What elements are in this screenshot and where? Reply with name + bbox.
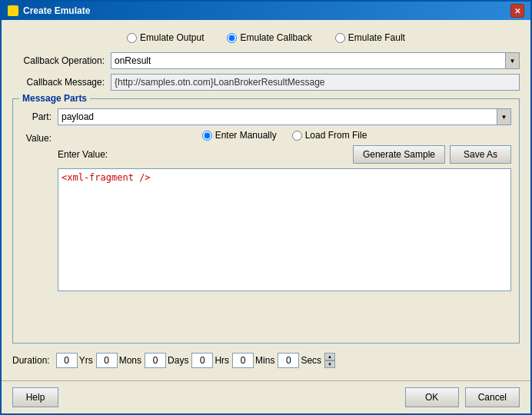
part-select[interactable]: payload: [58, 108, 511, 125]
duration-field-2: Days: [145, 353, 188, 368]
load-from-file-radio[interactable]: [292, 131, 302, 141]
code-editor[interactable]: [58, 168, 511, 291]
emulate-output-label: Emulate Output: [140, 32, 204, 43]
value-inner: Enter Manually Load From File Enter Valu…: [58, 130, 511, 291]
callback-operation-row: Callback Operation: onResult ▼: [12, 52, 520, 69]
emulate-output-radio[interactable]: [127, 33, 137, 43]
enter-manually-label: Enter Manually: [215, 130, 277, 141]
duration-mins-input[interactable]: [232, 353, 254, 368]
bottom-right-buttons: OK Cancel: [405, 387, 520, 407]
window-title: Create Emulate: [23, 5, 90, 16]
enter-manually-radio[interactable]: [202, 131, 212, 141]
emulate-callback-radio[interactable]: [227, 33, 237, 43]
duration-row: Duration: Yrs Mons Days Hrs Mins: [12, 348, 520, 373]
window-icon: [8, 5, 18, 16]
title-bar: Create Emulate ✕: [2, 2, 530, 20]
emulate-callback-label: Emulate Callback: [240, 32, 311, 43]
duration-field-3: Hrs: [191, 353, 229, 368]
save-as-button[interactable]: Save As: [450, 145, 511, 164]
callback-message-label: Callback Message:: [12, 77, 105, 88]
enter-value-row: Enter Value: Generate Sample Save As: [58, 145, 511, 164]
duration-field-0: Yrs: [56, 353, 93, 368]
action-buttons: Generate Sample Save As: [353, 145, 511, 164]
duration-field-5: Secs: [278, 353, 321, 368]
spinner-up[interactable]: ▲: [324, 353, 335, 360]
enter-value-label: Enter Value:: [58, 149, 108, 160]
duration-secs-unit: Secs: [301, 355, 321, 366]
duration-field-4: Mins: [232, 353, 274, 368]
dialog-content: Emulate Output Emulate Callback Emulate …: [2, 20, 530, 380]
input-mode-radio-group: Enter Manually Load From File: [58, 130, 511, 141]
emulate-output-radio-label[interactable]: Emulate Output: [127, 32, 204, 43]
emulate-fault-radio-label[interactable]: Emulate Fault: [335, 32, 405, 43]
emulate-fault-label: Emulate Fault: [348, 32, 405, 43]
main-window: Create Emulate ✕ Emulate Output Emulate …: [0, 0, 532, 415]
callback-operation-wrapper: onResult ▼: [111, 52, 520, 69]
part-select-wrapper: payload ▼: [58, 108, 511, 125]
ok-button[interactable]: OK: [405, 387, 459, 407]
message-parts-title: Message Parts: [19, 93, 90, 104]
spinner-down[interactable]: ▼: [324, 360, 335, 368]
duration-hrs-input[interactable]: [191, 353, 213, 368]
load-from-file-radio-label[interactable]: Load From File: [292, 130, 367, 141]
bottom-bar: Help OK Cancel: [2, 380, 530, 413]
part-label: Part:: [21, 111, 52, 122]
callback-message-input[interactable]: [111, 74, 520, 91]
value-container: Value: Enter Manually Load From File: [21, 130, 511, 337]
mode-radio-group: Emulate Output Emulate Callback Emulate …: [12, 28, 520, 48]
duration-spinner[interactable]: ▲ ▼: [324, 353, 335, 368]
callback-message-row: Callback Message:: [12, 74, 520, 91]
cancel-button[interactable]: Cancel: [465, 387, 520, 407]
close-button[interactable]: ✕: [510, 4, 524, 18]
generate-sample-button[interactable]: Generate Sample: [353, 145, 445, 164]
duration-hrs-unit: Hrs: [214, 355, 229, 366]
callback-operation-select[interactable]: onResult: [111, 52, 520, 69]
duration-field-1: Mons: [96, 353, 141, 368]
value-label: Value:: [21, 133, 52, 144]
duration-mons-input[interactable]: [96, 353, 118, 368]
duration-label: Duration:: [12, 355, 50, 366]
message-parts-group: Message Parts Part: payload ▼ Value:: [12, 98, 520, 344]
emulate-callback-radio-label[interactable]: Emulate Callback: [227, 32, 311, 43]
enter-manually-radio-label[interactable]: Enter Manually: [202, 130, 277, 141]
duration-days-unit: Days: [168, 355, 188, 366]
duration-yrs-input[interactable]: [56, 353, 78, 368]
duration-days-input[interactable]: [145, 353, 166, 368]
help-button[interactable]: Help: [12, 387, 58, 407]
callback-operation-label: Callback Operation:: [12, 55, 105, 66]
duration-mons-unit: Mons: [119, 355, 141, 366]
duration-secs-input[interactable]: [278, 353, 299, 368]
duration-yrs-unit: Yrs: [79, 355, 93, 366]
part-row: Part: payload ▼: [21, 108, 511, 125]
duration-mins-unit: Mins: [255, 355, 274, 366]
emulate-fault-radio[interactable]: [335, 33, 345, 43]
load-from-file-label: Load From File: [305, 130, 367, 141]
